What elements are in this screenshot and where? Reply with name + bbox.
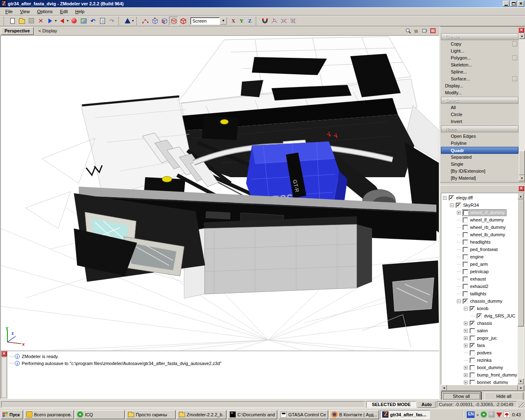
tree-node-label-area[interactable]: rezinka: [469, 357, 493, 363]
menu-edit[interactable]: Edit: [56, 8, 71, 15]
menu-file[interactable]: File: [2, 8, 16, 15]
task-button-icq[interactable]: ICQ: [75, 410, 125, 419]
snap-grid-icon[interactable]: [288, 16, 298, 25]
panel-item-separated[interactable]: Separated: [441, 154, 518, 161]
tree-node-label-area[interactable]: pogor_juc: [469, 335, 498, 341]
visibility-checkbox[interactable]: [463, 232, 468, 237]
tree-panel-close-icon[interactable]: ✕: [518, 186, 524, 191]
viewport-breadcrumb[interactable]: < Display: [36, 28, 404, 33]
tree-node-chassis-dummy[interactable]: −✓chassis_dummy: [441, 297, 518, 305]
axis-y-button[interactable]: Y: [237, 17, 246, 25]
tree-node-label-area[interactable]: headlights: [462, 239, 492, 245]
tree-node-label-area[interactable]: wheel_lb_dummy: [462, 232, 507, 238]
panel-item-spline[interactable]: Spline...: [441, 68, 518, 75]
tree-node-fara[interactable]: +✓fara: [441, 342, 518, 349]
visibility-checkbox[interactable]: [463, 276, 468, 282]
redo-icon[interactable]: ↷: [107, 16, 116, 25]
faces-mode-icon[interactable]: [160, 16, 169, 25]
tree-node-dvig-srs-juc[interactable]: ✓dvig_SRS_JUC: [441, 312, 518, 320]
panel-item-box[interactable]: [512, 41, 517, 46]
panel-item-open-edges[interactable]: Open Edges: [441, 133, 518, 140]
tray-expand-icon[interactable]: «: [476, 412, 479, 417]
tree-expand-icon[interactable]: +: [464, 336, 468, 340]
tree-node-korob[interactable]: −✓korob: [441, 305, 518, 312]
visibility-checkbox[interactable]: [463, 240, 468, 245]
log-close-icon[interactable]: ✕: [1, 351, 7, 356]
tree-node-label-area[interactable]: ped_frontseat: [462, 247, 499, 253]
pan-tool-icon[interactable]: [413, 27, 420, 34]
tree-node-label-area[interactable]: ✓SkyR34: [455, 202, 480, 208]
visibility-checkbox[interactable]: [470, 358, 475, 363]
tree-node-label-area[interactable]: wheel_rb_dummy: [462, 224, 507, 231]
visibility-checkbox[interactable]: ✓: [470, 343, 475, 348]
tree-node-label-area[interactable]: boot_dummy: [469, 365, 504, 371]
tree-node-wheel-rf-dummy[interactable]: +wheel_rf_dummy: [441, 209, 518, 216]
tree-node-label-area[interactable]: ✓elegy.dff: [448, 195, 474, 201]
tree-node-rezinka[interactable]: rezinka: [441, 356, 518, 364]
tree-node-label-area[interactable]: salon: [469, 328, 489, 334]
tree-node-label-area[interactable]: exhaust2: [462, 283, 490, 290]
tree-node-label-area[interactable]: wheel_rf_dummy: [462, 209, 507, 216]
panel-item-by-id-extension[interactable]: [By ID/Extension]: [441, 168, 518, 175]
scroll-up-icon[interactable]: ▲: [519, 33, 525, 39]
screen-space-dropdown[interactable]: Screen ▼: [190, 17, 227, 25]
vertices-mode-icon[interactable]: [141, 16, 150, 25]
panel-item-quadr[interactable]: Quadr: [441, 147, 518, 154]
toolbar-grip[interactable]: [136, 17, 139, 25]
tree-collapse-icon[interactable]: −: [464, 307, 468, 310]
start-button[interactable]: Пуск: [1, 410, 23, 419]
tree-node-label-area[interactable]: exhaust: [462, 276, 487, 282]
task-button-в-контакте-ауд[interactable]: В Контакте | Ауд...: [329, 410, 379, 419]
panel-section-none[interactable]: None: [441, 126, 518, 132]
tree-node-label-area[interactable]: taillights: [462, 291, 488, 297]
tree-node-petrolcap[interactable]: petrolcap: [441, 268, 518, 275]
visibility-checkbox[interactable]: ✓: [477, 313, 482, 319]
visibility-checkbox[interactable]: [463, 210, 468, 215]
scroll-thumb[interactable]: [447, 385, 518, 391]
task-button-просто-скрины[interactable]: Просто скрины: [126, 410, 176, 419]
delete-icon[interactable]: ✕: [36, 16, 46, 25]
tree-expand-icon[interactable]: +: [464, 366, 468, 370]
visibility-checkbox[interactable]: [463, 269, 468, 274]
auto-indicator[interactable]: Auto: [418, 401, 436, 408]
tree-node-label-area[interactable]: wheel_lf_dummy: [462, 217, 505, 223]
toolbar-grip[interactable]: [256, 17, 258, 25]
tree-node-label-area[interactable]: ✓chassis: [469, 320, 493, 326]
tree-node-bonnet-dummy[interactable]: +bonnet_dummy: [441, 379, 518, 384]
task-button-gtr34-after-fas[interactable]: gtr34_after_fas...: [380, 410, 430, 419]
create-primitive-icon[interactable]: [123, 16, 132, 25]
visibility-checkbox[interactable]: [463, 291, 468, 297]
tree-expand-icon[interactable]: +: [464, 373, 468, 377]
panel-section-create[interactable]: Create...: [441, 33, 518, 40]
maximize-button[interactable]: [510, 1, 517, 7]
objects-mode-icon[interactable]: [178, 16, 188, 25]
visibility-checkbox[interactable]: [470, 380, 475, 385]
visibility-checkbox[interactable]: [463, 247, 468, 252]
tree-node-headlights[interactable]: headlights: [441, 238, 518, 246]
import-icon[interactable]: [46, 16, 55, 25]
menu-view[interactable]: View: [16, 8, 34, 15]
menu-options[interactable]: Options: [33, 8, 56, 15]
tree-node-label-area[interactable]: petrolcap: [462, 269, 490, 275]
visibility-checkbox[interactable]: [463, 254, 468, 260]
tree-node-label-area[interactable]: bump_front_dummy: [469, 372, 518, 378]
toolbar-grip[interactable]: [3, 17, 6, 25]
open-file-icon[interactable]: [17, 16, 27, 25]
panel-item-polyline[interactable]: Polyline: [441, 140, 518, 147]
show-all-button[interactable]: Show all: [442, 392, 481, 401]
close-button[interactable]: ✕: [518, 1, 524, 7]
tree-node-label-area[interactable]: ✓fara: [469, 342, 486, 349]
tree-node-wheel-lb-dummy[interactable]: wheel_lb_dummy: [441, 231, 518, 238]
minimize-button[interactable]: [503, 1, 509, 7]
panel-item-modify[interactable]: Modify...: [441, 89, 518, 96]
tree-node-label-area[interactable]: ✓dvig_SRS_JUC: [476, 313, 516, 319]
hide-all-button[interactable]: Hide all: [484, 392, 524, 401]
panel-item-skeleton[interactable]: Skeleton...: [441, 62, 518, 68]
visibility-checkbox[interactable]: [470, 328, 475, 333]
panel-splitter[interactable]: [440, 182, 525, 185]
log-scroll-strip[interactable]: ✕: [1, 351, 7, 399]
panel-item-circle[interactable]: Circle: [441, 111, 518, 118]
tree-node-salon[interactable]: +salon: [441, 327, 518, 334]
visibility-checkbox[interactable]: [470, 372, 475, 378]
log-scrollbar[interactable]: [2, 357, 7, 398]
